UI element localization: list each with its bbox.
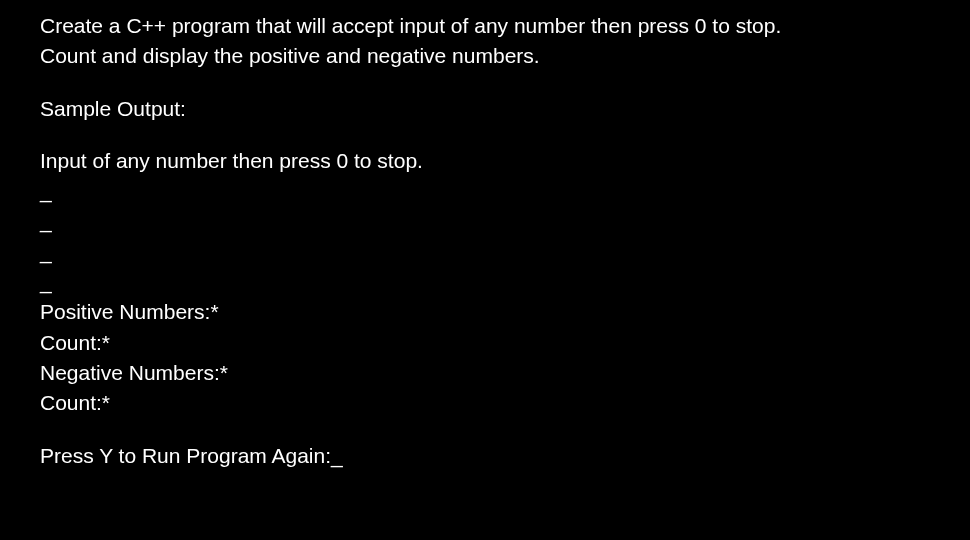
positive-count-label: Count:* [40,329,930,356]
sample-output-heading: Sample Output: [40,95,930,122]
spacer [40,420,930,442]
input-placeholder-line: _ [40,207,930,234]
positive-numbers-label: Positive Numbers:* [40,298,930,325]
run-again-prompt: Press Y to Run Program Again:_ [40,442,930,469]
input-placeholder-line: _ [40,177,930,204]
problem-statement-line-2: Count and display the positive and negat… [40,42,930,69]
input-prompt-text: Input of any number then press 0 to stop… [40,147,930,174]
negative-count-label: Count:* [40,389,930,416]
spacer [40,125,930,147]
input-placeholder-line: _ [40,238,930,265]
input-placeholder-line: _ [40,268,930,295]
spacer [40,73,930,95]
negative-numbers-label: Negative Numbers:* [40,359,930,386]
problem-statement-line-1: Create a C++ program that will accept in… [40,12,930,39]
